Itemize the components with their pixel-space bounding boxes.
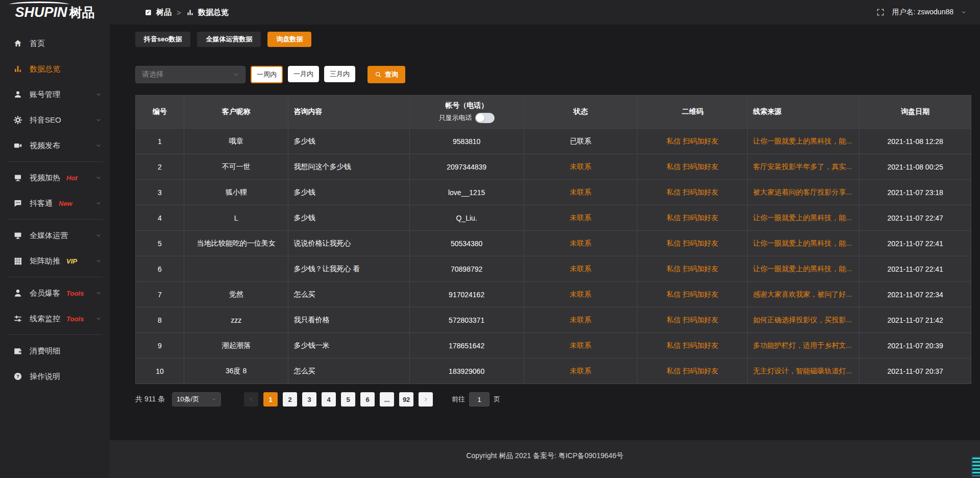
- sidebar-item-member-baoke[interactable]: 会员爆客 Tools: [0, 280, 110, 306]
- cell-account: 9583810: [410, 129, 524, 154]
- sidebar-item-home[interactable]: 首页: [0, 31, 110, 56]
- sidebar-item-video-publish[interactable]: 视频发布: [0, 133, 110, 158]
- member-icon: [13, 289, 22, 298]
- username-label[interactable]: 用户名: zswodun88: [892, 8, 953, 17]
- cell-date: 2021-11-07 20:39: [860, 333, 971, 358]
- qrcode-link[interactable]: 私信 扫码加好友: [638, 180, 748, 205]
- cell-nickname: L: [184, 205, 289, 230]
- page-number-button[interactable]: 6: [360, 392, 375, 407]
- sidebar-item-consumption-detail[interactable]: 消费明细: [0, 338, 110, 364]
- cell-account: 178651642: [410, 333, 524, 358]
- cell-date: 2021-11-07 22:34: [860, 282, 971, 307]
- tab-0[interactable]: 抖音seo数据: [135, 32, 190, 47]
- phone-only-toggle[interactable]: [475, 113, 495, 123]
- chevron-down-icon[interactable]: [961, 9, 967, 15]
- cell-content: 怎么买: [288, 282, 409, 307]
- cell-nickname: [184, 256, 289, 281]
- chevron-down-icon: [211, 397, 216, 402]
- column-header-qrcode: 二维码: [638, 95, 748, 128]
- page-number-button[interactable]: 2: [283, 392, 297, 407]
- sidebar-item-omni-media[interactable]: 全媒体运营: [0, 223, 110, 248]
- qrcode-link[interactable]: 私信 扫码加好友: [638, 256, 748, 281]
- breadcrumb-root[interactable]: 树品: [156, 8, 172, 17]
- source-link[interactable]: 让你一眼就爱上的黑科技，能...: [748, 256, 860, 281]
- cell-nickname: 当地比较能吃的一位美女: [184, 231, 289, 256]
- chevron-down-icon: [95, 200, 102, 206]
- range-chip-1[interactable]: 一月内: [288, 66, 319, 82]
- sidebar-divider: [7, 219, 103, 220]
- breadcrumb-separator: >: [177, 8, 181, 17]
- video-icon: [13, 141, 22, 150]
- table-row: 6 多少钱？让我死心 看 70898792 未联系 私信 扫码加好友 让你一眼就…: [136, 256, 971, 281]
- sidebar-divider: [7, 334, 103, 335]
- sidebar-item-operation-guide[interactable]: 操作说明: [0, 364, 110, 389]
- source-link[interactable]: 让你一眼就爱上的黑科技，能...: [748, 129, 860, 154]
- corner-widget[interactable]: [971, 457, 980, 477]
- qrcode-link[interactable]: 私信 扫码加好友: [638, 333, 748, 358]
- cell-no: 6: [136, 256, 184, 281]
- tab-2[interactable]: 询盘数据: [267, 32, 311, 47]
- source-link[interactable]: 感谢大家喜欢我家，被问了好...: [748, 282, 860, 307]
- status-badge: 未联系: [524, 282, 638, 307]
- total-count-label: 共 911 条: [135, 395, 165, 404]
- sidebar-item-account-management[interactable]: 账号管理: [0, 82, 110, 107]
- page-number-button[interactable]: ...: [380, 392, 394, 407]
- qrcode-link[interactable]: 私信 扫码加好友: [638, 205, 748, 230]
- chevron-right-icon: [423, 396, 429, 402]
- sidebar-item-video-heating[interactable]: 视频加热 Hot: [0, 165, 110, 190]
- sidebar-item-douyin-seo[interactable]: 抖音SEO: [0, 107, 110, 133]
- range-chip-2[interactable]: 三月内: [324, 66, 355, 82]
- page-number-button[interactable]: 92: [399, 392, 413, 407]
- copyright-text: Copyright 树品 2021 备案号: 粤ICP备09019646号: [466, 451, 623, 478]
- tab-1[interactable]: 全媒体运营数据: [197, 32, 261, 47]
- cell-account: 2097344839: [410, 154, 524, 179]
- page-number-button[interactable]: 3: [302, 392, 316, 407]
- sidebar-item-lead-monitor[interactable]: 线索监控 Tools: [0, 306, 110, 331]
- filter-bar: 请选择 一周内一月内三月内 查询: [135, 66, 971, 83]
- sidebar-item-data-overview[interactable]: 数据总览: [0, 56, 110, 82]
- home-icon: [13, 39, 22, 48]
- sidebar-item-matrix-boost[interactable]: 矩阵助推 VIP: [0, 248, 110, 274]
- chat-icon: [13, 199, 22, 208]
- qrcode-link[interactable]: 私信 扫码加好友: [638, 282, 748, 307]
- cell-no: 5: [136, 231, 184, 256]
- source-link[interactable]: 多功能护栏灯，适用于乡村文...: [748, 333, 860, 358]
- source-link[interactable]: 让你一眼就爱上的黑科技，能...: [748, 205, 860, 230]
- menu-badge: Tools: [66, 315, 84, 323]
- status-badge: 未联系: [524, 307, 638, 332]
- range-chip-0[interactable]: 一周内: [251, 66, 283, 83]
- chevron-down-icon: [95, 142, 102, 149]
- prev-page-button[interactable]: [244, 392, 258, 407]
- menu-badge: Tools: [66, 290, 84, 297]
- source-link[interactable]: 让你一眼就爱上的黑科技，能...: [748, 231, 860, 256]
- page-number-button[interactable]: 5: [341, 392, 355, 407]
- page-number-button[interactable]: 1: [263, 392, 278, 407]
- status-badge: 未联系: [524, 205, 638, 230]
- qrcode-link[interactable]: 私信 扫码加好友: [638, 231, 748, 256]
- filter-select-placeholder: 请选择: [142, 70, 163, 79]
- menu-badge: VIP: [66, 257, 77, 265]
- column-header-no: 编号: [136, 95, 184, 128]
- sidebar-item-doukutong[interactable]: 抖客通 New: [0, 190, 110, 216]
- goto-page-input[interactable]: [469, 392, 489, 407]
- logo[interactable]: SHUPIN 树品: [0, 0, 110, 25]
- source-link[interactable]: 被大家追着问的客厅投影分享...: [748, 180, 860, 205]
- range-chips: 一周内一月内三月内: [246, 66, 355, 83]
- filter-select[interactable]: 请选择: [135, 66, 246, 83]
- chevron-down-icon: [95, 232, 102, 238]
- qrcode-link[interactable]: 私信 扫码加好友: [638, 358, 748, 384]
- cell-date: 2021-11-07 22:47: [860, 205, 971, 230]
- topbar-right: 用户名: zswodun88: [876, 8, 980, 17]
- qrcode-link[interactable]: 私信 扫码加好友: [638, 307, 748, 332]
- next-page-button[interactable]: [419, 392, 433, 407]
- page-number-button[interactable]: 4: [322, 392, 336, 407]
- source-link[interactable]: 客厅安装投影半年多了，真实...: [748, 154, 860, 179]
- source-link[interactable]: 如何正确选择投影仪，买投影...: [748, 307, 860, 332]
- query-button[interactable]: 查询: [368, 66, 405, 83]
- fullscreen-icon[interactable]: [876, 8, 885, 16]
- page-size-select[interactable]: 10条/页: [172, 392, 221, 407]
- qrcode-link[interactable]: 私信 扫码加好友: [638, 129, 748, 154]
- qrcode-link[interactable]: 私信 扫码加好友: [638, 154, 748, 179]
- source-link[interactable]: 无主灯设计，智能磁吸轨道灯...: [748, 358, 860, 384]
- sidebar-divider: [7, 161, 103, 162]
